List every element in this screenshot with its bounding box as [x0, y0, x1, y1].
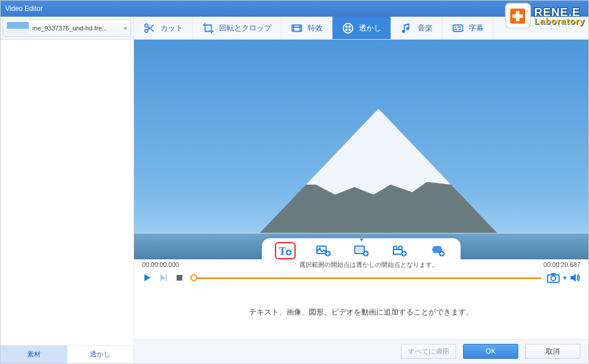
start-time-label: 00:00:00.000: [142, 261, 194, 268]
tab-label: 回転とクロップ: [219, 23, 271, 33]
end-time-label: 00:00:20.687: [544, 261, 580, 268]
svg-text:T: T: [279, 246, 286, 257]
description-text: テキスト、画像、図形、ビデオを動画に追加することができます。: [134, 289, 588, 339]
subtitle-icon: [452, 22, 464, 35]
svg-point-5: [349, 28, 351, 30]
selection-hint: 選択範囲の開始点は透かしの開始点となります。: [194, 260, 544, 269]
add-tools-strip: T ▾: [262, 238, 461, 259]
tab-label: 特效: [308, 23, 323, 33]
svg-point-7: [345, 28, 347, 30]
fx-icon: [290, 22, 303, 35]
sidebar-tab-materials[interactable]: 素材: [1, 346, 67, 363]
file-tab[interactable]: me_9337376_uhd-hd-fre... ×: [3, 20, 131, 37]
apply-all-button[interactable]: すべてに適用: [401, 344, 456, 359]
tab-effects[interactable]: 特效: [281, 17, 332, 39]
file-thumbnail-icon: [7, 22, 29, 35]
tab-watermark[interactable]: 透かし: [332, 17, 391, 39]
logo-text-line2: Laboratory: [534, 17, 585, 25]
svg-point-4: [345, 25, 347, 28]
tab-rotate-crop[interactable]: 回転とクロップ: [193, 17, 281, 39]
svg-point-1: [145, 29, 148, 32]
add-shape-button[interactable]: ▾: [351, 242, 372, 259]
watermark-icon: [342, 22, 354, 35]
file-close-icon[interactable]: ×: [124, 25, 127, 32]
svg-rect-21: [166, 274, 167, 281]
erase-button[interactable]: [427, 242, 448, 259]
snapshot-button[interactable]: [547, 273, 560, 283]
volume-button[interactable]: [570, 273, 580, 282]
crop-icon: [202, 22, 215, 35]
preview-area: T ▾: [134, 40, 588, 259]
brand-logo: RENE.E Laboratory: [505, 3, 585, 29]
play-button[interactable]: [142, 273, 152, 283]
seek-track: [190, 277, 541, 279]
tab-cut[interactable]: カット: [134, 17, 193, 39]
step-button[interactable]: [158, 273, 169, 283]
sidebar-tab-watermark[interactable]: 透かし: [67, 346, 134, 363]
svg-rect-15: [357, 248, 362, 252]
stop-button[interactable]: [174, 273, 185, 283]
tab-label: カット: [160, 23, 183, 33]
tool-tabs: カット 回転とクロップ 特效 透かし: [134, 17, 494, 39]
editor-panel: T ▾: [134, 40, 588, 363]
svg-point-6: [349, 25, 351, 28]
sidebar-tabs: 素材 透かし: [1, 345, 133, 363]
sidebar: 素材 透かし: [1, 40, 134, 363]
tab-label: 透かし: [359, 23, 381, 33]
scissors-icon: [143, 22, 156, 35]
video-preview[interactable]: T ▾: [134, 40, 588, 259]
tab-music[interactable]: 音楽: [391, 17, 442, 39]
app-title: Video Editor: [5, 5, 43, 13]
file-tab-bar: me_9337376_uhd-hd-fre... ×: [1, 17, 134, 39]
svg-point-3: [343, 23, 353, 33]
footer-bar: すべてに適用 OK 取消: [134, 339, 588, 363]
time-row: 00:00:00.000 選択範囲の開始点は透かしの開始点となります。 00:0…: [134, 259, 588, 269]
svg-rect-22: [177, 275, 182, 281]
add-text-button[interactable]: T: [275, 242, 296, 259]
music-note-icon: [400, 22, 413, 35]
app-window: Video Editor RENE.E Laboratory me_933737…: [0, 0, 589, 364]
file-name-label: me_9337376_uhd-hd-fre...: [32, 25, 107, 32]
add-image-button[interactable]: [313, 242, 334, 259]
logo-plus-icon: [505, 3, 531, 29]
tab-subtitle[interactable]: 字幕: [442, 17, 494, 39]
ok-button[interactable]: OK: [463, 344, 518, 359]
transport-controls: ▾: [134, 269, 588, 289]
svg-rect-8: [453, 25, 463, 31]
tab-label: 字幕: [469, 23, 484, 33]
seek-head-icon[interactable]: [190, 274, 197, 281]
tab-label: 音楽: [418, 23, 433, 33]
top-toolbar: me_9337376_uhd-hd-fre... × カット 回転とクロップ: [1, 17, 588, 40]
svg-point-12: [319, 248, 320, 249]
seek-bar[interactable]: [190, 275, 541, 280]
svg-point-0: [145, 24, 148, 27]
cancel-button[interactable]: 取消: [525, 344, 580, 359]
add-video-button[interactable]: [389, 242, 410, 259]
snapshot-dropdown-icon[interactable]: ▾: [563, 274, 567, 282]
sidebar-body: [1, 40, 133, 345]
main-area: 素材 透かし T: [1, 40, 588, 363]
right-controls: ▾: [547, 273, 580, 283]
svg-rect-25: [551, 273, 556, 275]
titlebar: Video Editor RENE.E Laboratory: [1, 1, 588, 17]
svg-point-24: [551, 276, 556, 281]
dropdown-caret-icon: ▾: [360, 236, 363, 243]
